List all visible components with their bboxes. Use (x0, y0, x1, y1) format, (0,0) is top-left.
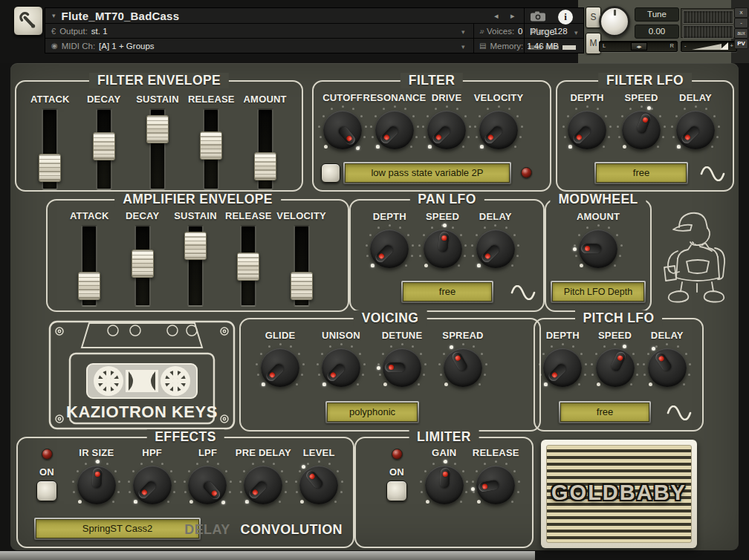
velocity-slider[interactable] (289, 225, 314, 307)
depth-knob[interactable] (365, 224, 414, 273)
glide-knob[interactable] (256, 343, 305, 392)
slider-handle[interactable] (184, 232, 207, 260)
resonance-knob[interactable] (370, 105, 419, 154)
slider-handle[interactable] (132, 250, 154, 278)
voicing-mode-display[interactable]: polyphonic (327, 403, 418, 422)
knob-tick (591, 363, 593, 365)
hpf-knob[interactable] (128, 460, 177, 509)
depth-knob[interactable] (538, 343, 587, 392)
slider-handle[interactable] (200, 131, 222, 160)
tune-knob[interactable] (599, 6, 630, 37)
pan-lfo-sync-display[interactable]: free (403, 282, 492, 302)
knob-tick (516, 255, 519, 257)
memory-label: Memory: (490, 42, 523, 51)
amount-knob[interactable] (574, 224, 623, 273)
spread-knob[interactable] (438, 343, 487, 392)
midi-dropdown-caret[interactable]: ▾ (461, 43, 465, 51)
knob-pointer (450, 351, 469, 373)
gain-knob[interactable] (420, 460, 469, 509)
amount-slider[interactable] (253, 108, 278, 190)
level-knob[interactable] (294, 460, 343, 509)
knob-unit-speed: SPEED (589, 330, 641, 392)
pan-right-label: R (670, 42, 674, 51)
sustain-slider[interactable] (183, 225, 208, 307)
tune-value[interactable]: 0.00 (635, 25, 679, 39)
lpf-knob[interactable] (183, 460, 232, 509)
release-knob[interactable] (471, 460, 520, 509)
output-value[interactable]: st. 1 (91, 27, 108, 36)
ir-size-knob[interactable] (72, 460, 121, 509)
slider-handle[interactable] (291, 272, 313, 300)
tab-delay[interactable]: DELAY (184, 522, 230, 538)
sine-wave-icon[interactable] (510, 285, 536, 300)
pan-slider-handle[interactable]: ◂▸ (631, 42, 647, 51)
edit-instrument-button[interactable] (13, 6, 43, 36)
slider-handle[interactable] (78, 272, 100, 300)
speed-knob[interactable] (418, 224, 467, 273)
instrument-name[interactable]: Flute_MT70_BadCass (62, 10, 180, 22)
midi-channel-value[interactable]: [A] 1 + Groups (99, 42, 154, 51)
minimize-button[interactable]: - (734, 18, 748, 28)
next-instrument-arrow[interactable]: ▸ (510, 11, 515, 21)
knob-tick (328, 463, 331, 465)
depth-knob[interactable] (562, 105, 612, 154)
velocity-knob[interactable] (474, 105, 523, 154)
slider-handle[interactable] (146, 115, 169, 143)
cutoff-knob[interactable] (318, 105, 367, 154)
knob-tick (484, 227, 486, 229)
delay-knob[interactable] (643, 343, 692, 392)
detune-knob[interactable] (377, 343, 427, 392)
camera-icon[interactable] (530, 11, 546, 22)
pv-button[interactable]: PV (734, 39, 748, 49)
filter-type-display[interactable]: low pass state variable 2P (345, 163, 510, 183)
knob-pointer (571, 125, 592, 146)
slider-handle[interactable] (39, 154, 61, 182)
pitch-lfo-section: PITCH LFO DEPTHSPEEDDELAY free (534, 318, 704, 432)
effects-on-button[interactable] (36, 481, 57, 501)
close-button[interactable]: x (734, 7, 748, 18)
pan-slider[interactable]: L R ◂▸ (599, 41, 678, 52)
decay-slider[interactable] (91, 108, 117, 190)
unison-knob[interactable] (317, 343, 366, 392)
slider-unit-attack: ATTACK (63, 210, 115, 307)
knob-tick (321, 353, 323, 355)
limiter-on-button[interactable] (386, 481, 407, 501)
slider-handle[interactable] (237, 253, 259, 281)
delay-knob[interactable] (671, 105, 720, 154)
prev-instrument-arrow[interactable]: ◂ (494, 11, 499, 21)
pitch-lfo-sync-display[interactable]: free (560, 403, 649, 422)
sine-wave-icon[interactable] (667, 406, 692, 420)
tab-convolution[interactable]: CONVOLUTION (241, 522, 343, 538)
speed-knob[interactable] (617, 105, 666, 154)
knob-tick (641, 105, 643, 108)
knob-label: LPF (198, 447, 217, 458)
knob-value-tick (428, 145, 432, 149)
release-slider[interactable] (198, 108, 224, 190)
volume-slider[interactable]: - + (681, 41, 737, 52)
effects-preset-display[interactable]: SpringST Cass2 (36, 519, 199, 538)
midi-channel-label: MIDI Ch: (62, 42, 95, 51)
decay-slider[interactable] (130, 225, 155, 307)
sine-wave-icon[interactable] (700, 166, 725, 181)
filter-lfo-sync-display[interactable]: free (596, 163, 687, 183)
attack-slider[interactable] (37, 108, 62, 190)
sustain-slider[interactable] (145, 108, 170, 190)
knob-tick (337, 470, 339, 472)
slider-handle[interactable] (254, 152, 276, 180)
modwheel-target-display[interactable]: Pitch LFO Depth (552, 282, 644, 302)
speed-knob[interactable] (591, 343, 640, 392)
attack-slider[interactable] (77, 225, 102, 307)
knob-value-tick (544, 382, 548, 386)
delay-knob[interactable] (471, 224, 520, 273)
aux-button[interactable]: aux (734, 28, 748, 39)
slider-handle[interactable] (93, 132, 115, 160)
filter-bypass-button[interactable] (321, 163, 340, 183)
pre-delay-knob[interactable] (239, 460, 288, 509)
instrument-dropdown-caret[interactable]: ▾ (52, 12, 56, 19)
release-slider[interactable] (236, 225, 261, 307)
info-icon[interactable]: i (558, 10, 573, 25)
knob-tick (401, 343, 403, 345)
memory-value: 1.46 MB (527, 42, 559, 51)
drive-knob[interactable] (422, 105, 471, 154)
output-dropdown-caret[interactable]: ▾ (461, 28, 465, 36)
